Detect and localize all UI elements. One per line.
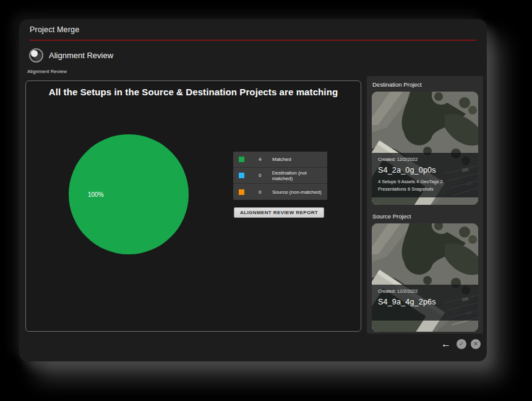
alignment-review-icon xyxy=(29,48,43,63)
project-merge-dialog: Project Merge Alignment Review Alignment… xyxy=(19,19,487,361)
source-label: Source (non-matched) xyxy=(272,189,322,195)
destination-color-swatch xyxy=(239,173,244,178)
step-header: Alignment Review xyxy=(29,48,487,63)
back-arrow-icon[interactable]: ← xyxy=(440,339,452,349)
close-icon[interactable]: ✕ xyxy=(471,339,481,349)
source-count: 0 xyxy=(259,189,266,195)
destination-project-label: Destination Project xyxy=(372,81,478,88)
destination-created-date: Created: 12/2/2022 xyxy=(378,157,472,162)
matched-label: Matched xyxy=(272,157,291,162)
destination-project-card[interactable]: Created: 12/2/2022 S4_2a_0g_0p0s 4 Setup… xyxy=(372,92,478,205)
sidebar-spacer xyxy=(372,205,478,212)
legend-item-destination: 0 Destination (not matched) xyxy=(233,168,327,184)
alignment-pie-chart: 100% xyxy=(69,134,189,254)
destination-card-overlay: Created: 12/2/2022 S4_2a_0g_0p0s 4 Setup… xyxy=(372,153,478,197)
section-label: Alignment Review xyxy=(27,69,487,74)
content-row: All the Setups in the Source & Destinati… xyxy=(25,76,483,334)
projects-sidebar: Destination Project xyxy=(367,76,483,334)
pie-percentage-label: 100% xyxy=(88,191,104,198)
legend-item-matched: 4 Matched xyxy=(233,152,327,168)
destination-project-name: S4_2a_0g_0p0s xyxy=(378,166,472,175)
footer-actions: ← ✓ ✕ xyxy=(440,339,481,349)
source-project-name: S4_9a_4g_2p6s xyxy=(378,298,472,306)
chart-legend: 4 Matched 0 Destination (not matched) 0 … xyxy=(233,152,327,200)
accent-divider xyxy=(29,40,477,41)
destination-label: Destination (not matched) xyxy=(272,170,327,181)
source-project-card[interactable]: Created: 12/2/2022 S4_9a_4g_2p6s xyxy=(372,223,478,332)
matched-color-swatch xyxy=(239,157,244,162)
source-created-date: Created: 12/2/2022 xyxy=(378,288,472,294)
alignment-review-panel: All the Setups in the Source & Destinati… xyxy=(25,80,361,332)
step-title: Alignment Review xyxy=(49,51,113,60)
destination-project-stats: 4 Setups 9 Assets 4 GeoTags 2 Presentati… xyxy=(378,178,472,192)
destination-count: 0 xyxy=(259,173,266,178)
alignment-result-heading: All the Setups in the Source & Destinati… xyxy=(26,81,361,97)
dialog-title: Project Merge xyxy=(30,25,476,34)
legend-item-source: 0 Source (non-matched) xyxy=(233,184,327,200)
source-card-overlay: Created: 12/2/2022 S4_9a_4g_2p6s xyxy=(372,285,478,321)
confirm-icon[interactable]: ✓ xyxy=(457,339,466,349)
source-project-label: Source Project xyxy=(372,213,478,220)
matched-count: 4 xyxy=(259,157,266,162)
alignment-review-report-button[interactable]: ALIGNMENT REVIEW REPORT xyxy=(234,207,324,218)
source-color-swatch xyxy=(239,189,244,195)
